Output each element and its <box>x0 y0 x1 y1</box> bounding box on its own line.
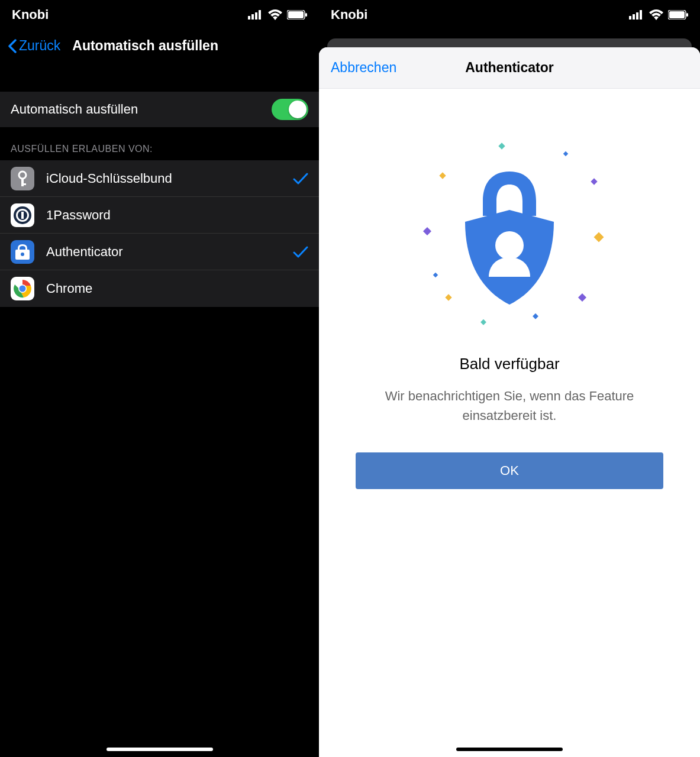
status-bar: Knobi <box>0 0 319 30</box>
providers-group: iCloud-Schlüsselbund 1Password Authentic… <box>0 160 319 307</box>
wifi-icon <box>268 9 282 20</box>
status-icons <box>248 9 307 20</box>
checkmark-icon <box>293 245 308 258</box>
svg-rect-28 <box>563 151 568 156</box>
cellular-icon <box>629 10 644 20</box>
onepassword-icon <box>11 203 34 227</box>
battery-icon <box>668 10 688 20</box>
back-button[interactable]: Zurück <box>7 38 60 54</box>
carrier-name: Knobi <box>331 7 367 22</box>
toggle-knob <box>289 101 307 118</box>
coming-soon-text: Wir benachrichtigen Sie, wenn das Featur… <box>373 386 646 425</box>
checkmark-icon <box>293 172 308 185</box>
sheet-header: Abbrechen Authenticator <box>319 47 700 89</box>
chevron-left-icon <box>7 39 17 53</box>
autofill-toggle[interactable] <box>272 99 308 120</box>
svg-rect-6 <box>305 13 307 17</box>
home-indicator[interactable] <box>456 748 563 751</box>
svg-point-36 <box>495 231 524 260</box>
svg-rect-25 <box>423 227 431 235</box>
svg-rect-19 <box>633 14 635 20</box>
sparkle-icon <box>592 231 604 242</box>
sparkle-icon <box>563 151 569 157</box>
provider-icloud-keychain[interactable]: iCloud-Schlüsselbund <box>0 160 319 197</box>
chrome-icon <box>11 277 34 300</box>
svg-rect-18 <box>629 16 631 20</box>
sparkle-icon <box>577 292 586 302</box>
svg-rect-9 <box>21 183 26 185</box>
autofill-toggle-row[interactable]: Automatisch ausfüllen <box>0 92 319 127</box>
svg-rect-2 <box>255 12 257 20</box>
svg-rect-29 <box>591 178 597 185</box>
svg-point-14 <box>21 253 24 256</box>
svg-rect-30 <box>594 232 604 242</box>
carrier-name: Knobi <box>12 7 49 22</box>
svg-rect-33 <box>480 319 486 325</box>
autofill-toggle-label: Automatisch ausfüllen <box>11 102 272 117</box>
cellular-icon <box>248 10 263 20</box>
svg-rect-3 <box>259 10 261 20</box>
svg-rect-5 <box>288 11 304 18</box>
provider-label: 1Password <box>46 208 308 223</box>
svg-rect-23 <box>669 11 685 18</box>
status-bar: Knobi <box>319 0 700 30</box>
provider-label: Authenticator <box>46 244 293 260</box>
svg-rect-13 <box>21 212 24 219</box>
lock-illustration <box>415 142 604 331</box>
svg-rect-24 <box>686 13 688 17</box>
sparkle-icon <box>438 172 447 180</box>
sheet-stack: Abbrechen Authenticator <box>319 30 700 757</box>
status-icons <box>629 9 688 20</box>
cancel-button[interactable]: Abbrechen <box>319 60 396 76</box>
sparkle-icon <box>480 318 487 325</box>
provider-authenticator[interactable]: Authenticator <box>0 234 319 270</box>
svg-rect-31 <box>578 293 586 302</box>
sparkle-icon <box>433 272 438 278</box>
sparkle-icon <box>421 225 431 235</box>
battery-icon <box>287 10 307 20</box>
key-icon <box>11 167 34 190</box>
coming-soon-title: Bald verfügbar <box>459 355 559 373</box>
provider-label: Chrome <box>46 281 308 296</box>
svg-point-7 <box>19 172 26 179</box>
section-header-allow-from: AUSFÜLLEN ERLAUBEN VON: <box>0 127 319 160</box>
sheet-body: Bald verfügbar Wir benachrichtigen Sie, … <box>319 89 700 757</box>
autofill-toggle-group: Automatisch ausfüllen <box>0 92 319 127</box>
provider-chrome[interactable]: Chrome <box>0 270 319 307</box>
svg-rect-21 <box>640 10 642 20</box>
svg-point-17 <box>20 286 26 292</box>
svg-rect-32 <box>533 313 538 319</box>
authenticator-icon <box>11 240 34 264</box>
back-label: Zurück <box>19 38 60 54</box>
nav-bar: Zurück Automatisch ausfüllen <box>0 30 319 62</box>
phone-right: Knobi Abbrechen Authenticator <box>319 0 700 757</box>
home-indicator[interactable] <box>107 748 213 751</box>
sparkle-icon <box>532 312 539 319</box>
modal-sheet: Abbrechen Authenticator <box>319 47 700 757</box>
svg-rect-0 <box>248 16 250 20</box>
svg-rect-20 <box>636 12 638 20</box>
phone-left: Knobi Zurück Automatisch ausfüllen Autom… <box>0 0 319 757</box>
svg-rect-1 <box>251 14 254 20</box>
provider-label: iCloud-Schlüsselbund <box>46 171 293 186</box>
lock-shield-icon <box>450 166 569 308</box>
svg-rect-35 <box>433 273 438 277</box>
svg-rect-27 <box>498 143 505 149</box>
svg-rect-26 <box>439 172 446 179</box>
provider-1password[interactable]: 1Password <box>0 197 319 234</box>
ok-button[interactable]: OK <box>356 452 663 489</box>
nav-title: Automatisch ausfüllen <box>60 38 312 54</box>
wifi-icon <box>649 9 663 20</box>
sparkle-icon <box>498 142 506 150</box>
sparkle-icon <box>590 177 598 186</box>
